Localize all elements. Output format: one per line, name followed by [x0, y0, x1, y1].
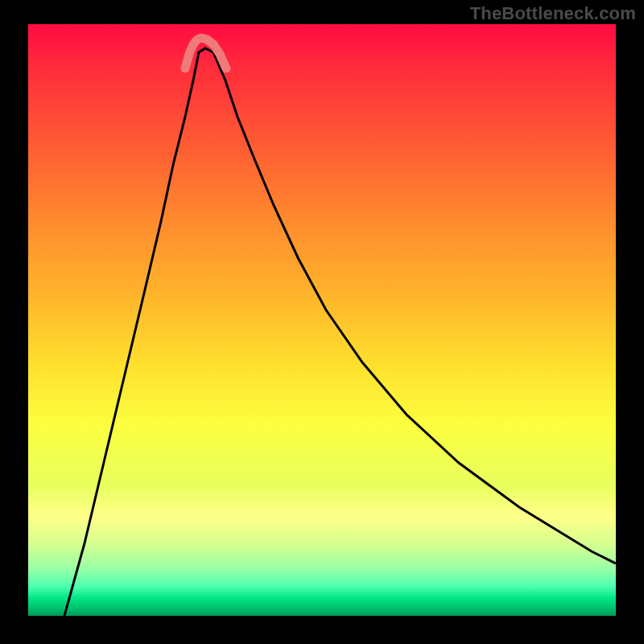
chart-container: TheBottleneck.com: [0, 0, 644, 644]
watermark-text: TheBottleneck.com: [470, 3, 636, 24]
bottleneck-curve: [64, 48, 616, 616]
curve-layer: [28, 24, 616, 616]
optimal-marker: [185, 38, 226, 68]
plot-area: [28, 24, 616, 616]
